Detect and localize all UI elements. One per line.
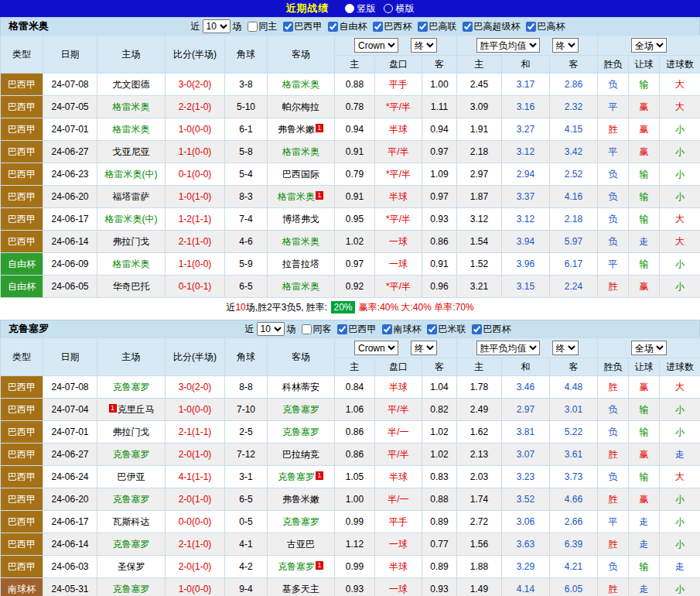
league-filter-checkbox[interactable]: 南球杯 [382, 323, 422, 336]
handicap-result-cell: 输 [629, 466, 660, 488]
odds-company-select[interactable]: Crown [354, 38, 398, 53]
games-label: 场 [287, 323, 296, 336]
col-result: 胜负 [598, 56, 629, 74]
same-venue-label: 同主 [259, 20, 278, 33]
league-checkbox-input[interactable] [463, 22, 473, 32]
col-type: 类型 [1, 36, 43, 74]
handicap-cell: 平/半 [375, 444, 422, 466]
summary-text: 赢率:40% 大:40% 单率:70% [357, 301, 474, 314]
stats-summary: 近10场,胜2平3负5, 胜率: 20% 赢率:40% 大:40% 单率:70% [0, 298, 700, 317]
ah-away-odds: 0.97 [422, 141, 457, 163]
layout-radio-horizontal[interactable]: 横版 [384, 2, 415, 15]
match-row: 巴西甲 24-06-20 克鲁塞罗 2-0(1-0) 6-5 弗鲁米嫩 1.00… [1, 488, 700, 511]
league-checkbox-input[interactable] [427, 324, 437, 334]
col-ah-home: 主 [335, 358, 375, 376]
team-link: 克鲁塞罗 [282, 404, 319, 415]
radio-label: 横版 [396, 2, 415, 15]
lose-odds: 4.21 [550, 556, 598, 578]
draw-odds: 3.15 [502, 276, 550, 298]
league-filter-checkbox[interactable]: 巴高杯 [526, 20, 565, 33]
rank-badge: 1 [316, 191, 323, 200]
match-row: 巴西甲 24-06-20 福塔雷萨 1-0(1-0) 8-3 格雷米奥1 0.9… [1, 186, 700, 208]
league-checkbox-input[interactable] [382, 324, 392, 334]
score-cell: 4-1(1-1) [166, 466, 225, 488]
recent-count-select[interactable]: 10 [203, 19, 230, 33]
scope-controls: 全场 [598, 338, 700, 358]
league-filter-label: 巴米联 [439, 323, 466, 336]
league-filter-checkbox[interactable]: 巴西杯 [373, 20, 412, 33]
league-checkbox-input[interactable] [337, 324, 347, 334]
lose-odds: 4.48 [550, 376, 598, 399]
ah-home-odds: 1.05 [335, 466, 375, 488]
lose-odds: 3.42 [550, 141, 598, 163]
rank-badge: 1 [316, 124, 323, 132]
league-checkbox-input[interactable] [526, 22, 536, 32]
col-score: 比分(半场) [166, 338, 225, 376]
match-row: 巴西甲 24-06-27 克鲁塞罗 2-0(1-0) 7-12 巴拉纳竞 0.8… [1, 444, 700, 466]
league-filter-checkbox[interactable]: 巴米联 [427, 323, 466, 336]
league-filter-checkbox[interactable]: 巴高超级杯 [463, 20, 521, 33]
lose-odds: 3.73 [550, 466, 598, 488]
ah-home-odds: 1.00 [335, 488, 375, 511]
same-venue-checkbox[interactable]: 同主 [248, 20, 278, 33]
goals-result-cell: 大 [660, 74, 700, 96]
league-cell: 巴西甲 [1, 208, 43, 231]
league-checkbox-input[interactable] [418, 22, 428, 32]
goals-result-cell: 走 [660, 556, 700, 578]
league-checkbox-input[interactable] [472, 324, 482, 334]
corners-cell: 5-9 [225, 253, 268, 276]
result-cell: 负 [598, 186, 629, 208]
league-cell: 巴西甲 [1, 376, 43, 399]
same-venue-checkbox-input[interactable] [248, 22, 258, 32]
away-team-cell: 格雷米奥 [268, 231, 335, 253]
odds-final-select[interactable]: 终 [411, 341, 437, 355]
match-scope-select[interactable]: 全场 [631, 38, 667, 53]
top-bar: 近期战绩 竖版横版 [0, 0, 700, 17]
score-cell: 0-1(0-1) [166, 276, 225, 298]
handicap-result-cell: 输 [629, 556, 660, 578]
league-filter-checkbox[interactable]: 巴高联 [418, 20, 457, 33]
goals-result-cell: 大 [660, 466, 700, 488]
same-venue-checkbox[interactable]: 同客 [302, 323, 332, 336]
layout-radio-vertical[interactable]: 竖版 [345, 2, 376, 15]
league-filter-checkbox[interactable]: 巴西甲 [337, 323, 377, 336]
goals-result-cell: 小 [660, 253, 700, 276]
wdl-final-select[interactable]: 终 [552, 341, 579, 355]
odds-final-select[interactable]: 终 [411, 38, 437, 53]
match-row: 巴西甲 24-06-03 圣保罗 2-0(1-0) 4-2 克鲁塞罗1 0.99… [1, 556, 700, 578]
wdl-final-select[interactable]: 终 [552, 38, 579, 53]
handicap-result-cell: 赢 [629, 96, 660, 118]
draw-odds: 3.17 [502, 74, 550, 96]
home-team-cell: 巴伊亚 [97, 466, 166, 488]
draw-odds: 3.23 [502, 466, 550, 488]
team-link: 克鲁塞罗 [278, 561, 315, 572]
away-team-cell: 古亚巴 [268, 533, 335, 556]
lose-odds: 2.66 [550, 511, 598, 533]
match-row: 巴西甲 24-06-24 巴伊亚 4-1(1-1) 3-1 克鲁塞罗1 1.05… [1, 466, 700, 488]
corners-cell: 4-6 [225, 231, 268, 253]
league-checkbox-input[interactable] [283, 22, 293, 32]
league-filter-checkbox[interactable]: 巴西甲 [283, 20, 323, 33]
league-filter-checkbox[interactable]: 巴西杯 [472, 323, 511, 336]
league-filter-checkbox[interactable]: 自由杯 [328, 20, 367, 33]
match-scope-select[interactable]: 全场 [631, 341, 667, 355]
league-checkbox-input[interactable] [328, 22, 338, 32]
home-team-cell: 尤文图德 [97, 74, 166, 96]
result-cell: 胜 [598, 488, 629, 511]
col-home: 主场 [97, 36, 166, 74]
wdl-average-select[interactable]: 胜平负均值 [476, 341, 540, 355]
wdl-average-select[interactable]: 胜平负均值 [476, 38, 540, 53]
league-checkbox-input[interactable] [373, 22, 383, 32]
home-team-cell: 瓦斯科达 [97, 511, 166, 533]
ah-away-odds: 1.04 [422, 376, 457, 399]
odds-company-select[interactable]: Crown [354, 341, 398, 355]
score-cell: 1-1(0-0) [166, 253, 225, 276]
league-cell: 自由杯 [1, 253, 43, 276]
col-type: 类型 [1, 338, 43, 376]
ah-away-odds: 0.96 [422, 276, 457, 298]
same-venue-checkbox-input[interactable] [302, 324, 312, 334]
handicap-cell: 平手 [375, 74, 422, 96]
col-handicap: 盘口 [375, 358, 422, 376]
recent-count-select[interactable]: 10 [257, 322, 285, 336]
away-team-cell: 克鲁塞罗1 [268, 466, 335, 488]
